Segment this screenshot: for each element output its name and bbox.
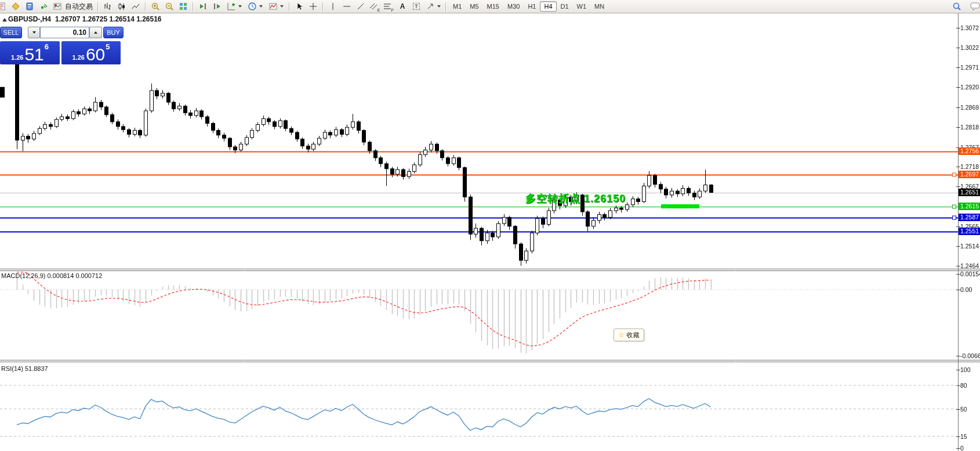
sell-button[interactable]: SELL — [0, 27, 22, 38]
toolbar-right-icons — [950, 0, 980, 13]
buy-price-prefix: 1.26 — [72, 54, 84, 61]
sell-price-display[interactable]: 1.26 51 6 — [0, 41, 60, 64]
channel-glyph: E — [378, 8, 380, 12]
zoom-in-icon[interactable] — [148, 1, 162, 12]
buy-button[interactable]: BUY — [103, 27, 124, 38]
volume-increase-button[interactable] — [89, 27, 102, 38]
chart-shift-icon[interactable] — [210, 1, 224, 12]
auto-scroll-icon[interactable] — [196, 1, 210, 12]
volume-decrease-button[interactable] — [28, 27, 40, 38]
indicators-button[interactable] — [224, 1, 245, 12]
timeframe-group: M1M5M15M30H1H4D1W1MN — [449, 1, 608, 12]
fibonacci-tool[interactable]: F — [382, 1, 395, 12]
timeframe-m15[interactable]: M15 — [483, 1, 503, 12]
favorite-tooltip-label: 收藏 — [627, 331, 640, 340]
timeframe-w1[interactable]: W1 — [573, 1, 591, 12]
toolbar-separator — [322, 2, 324, 11]
templates-button[interactable] — [266, 1, 286, 12]
timeframe-m30[interactable]: M30 — [503, 1, 524, 12]
text-tool[interactable]: A — [395, 1, 409, 12]
timeframe-h1[interactable]: H1 — [524, 1, 540, 12]
autotrading-label: 自动交易 — [65, 2, 93, 12]
trendline-tool[interactable] — [354, 1, 368, 12]
arrow-down-icon — [32, 31, 36, 34]
chevron-down-icon — [259, 5, 263, 8]
line-chart-icon[interactable] — [129, 1, 143, 12]
timeframe-m1[interactable]: M1 — [449, 1, 466, 12]
macd-indicator-label: MACD(12,26,9) 0.000814 0.000712 — [1, 272, 102, 279]
buy-price-pip: 5 — [106, 42, 110, 51]
star-icon: ☆ — [618, 331, 625, 339]
sell-price-prefix: 1.26 — [11, 54, 23, 61]
one-click-panel-toggle-icon[interactable] — [2, 18, 7, 21]
data-window-icon[interactable] — [23, 1, 37, 12]
chart-annotation-text[interactable]: 多空转折点 1.26150 — [525, 192, 626, 205]
horizontal-line-tool[interactable] — [340, 1, 354, 12]
rsi-indicator-label: RSI(14) 51.8837 — [1, 365, 48, 372]
buy-price-display[interactable]: 1.26 60 5 — [61, 41, 121, 64]
new-order-icon[interactable] — [0, 1, 9, 12]
sell-price-pip: 6 — [45, 42, 49, 51]
volume-input[interactable] — [40, 27, 89, 38]
toolbar-separator — [97, 2, 99, 11]
bar-chart-icon[interactable] — [101, 1, 115, 12]
buy-price-big: 60 — [86, 46, 105, 63]
arrow-up-icon — [94, 31, 97, 34]
chat-icon[interactable] — [968, 1, 980, 12]
timeframe-h4[interactable]: H4 — [540, 1, 556, 12]
text-label-tool[interactable]: T — [409, 1, 423, 12]
chevron-down-icon — [280, 5, 284, 8]
sell-price-big: 51 — [24, 46, 43, 63]
favorite-tooltip: ☆ 收藏 — [614, 329, 644, 341]
crosshair-tool[interactable] — [306, 1, 320, 12]
zoom-out-icon[interactable] — [162, 1, 176, 12]
candlestick-chart-icon[interactable] — [115, 1, 129, 12]
toolbar-separator — [193, 2, 194, 11]
search-icon[interactable] — [950, 1, 964, 12]
chart-symbol: GBPUSD-,H4 — [8, 15, 51, 23]
fibonacci-glyph: F — [391, 8, 394, 12]
text-label-glyph: T — [413, 3, 420, 10]
equidistant-channel-tool[interactable]: E — [368, 1, 382, 12]
toolbar-separator — [289, 2, 290, 11]
autotrading-button[interactable]: 自动交易 — [50, 1, 95, 12]
market-watch-icon[interactable] — [9, 1, 23, 12]
highlight-segment[interactable] — [661, 204, 699, 208]
toolbar-separator — [445, 2, 447, 11]
text-tool-glyph: A — [400, 2, 405, 10]
vertical-line-tool[interactable] — [326, 1, 340, 12]
chevron-down-icon — [437, 5, 441, 8]
chevron-down-icon — [238, 5, 242, 8]
navigator-signal-icon[interactable] — [37, 1, 50, 12]
cursor-tool[interactable] — [292, 1, 306, 12]
chart-canvas[interactable] — [0, 0, 980, 451]
timeframe-d1[interactable]: D1 — [557, 1, 573, 12]
timeframe-mn[interactable]: MN — [590, 1, 608, 12]
chart-title: GBPUSD-,H4 1.26707 1.26725 1.26514 1.265… — [8, 15, 162, 23]
toolbar-separator — [145, 2, 146, 11]
main-toolbar: 自动交易 — [0, 0, 980, 13]
one-click-trading-panel: SELL BUY 1.26 51 6 1.26 60 5 — [0, 27, 121, 64]
chart-ohlc-values: 1.26707 1.26725 1.26514 1.26516 — [55, 15, 162, 23]
periods-button[interactable] — [245, 1, 266, 12]
tile-windows-icon[interactable] — [176, 1, 190, 12]
arrows-tool[interactable] — [423, 1, 443, 12]
timeframe-m5[interactable]: M5 — [466, 1, 482, 12]
